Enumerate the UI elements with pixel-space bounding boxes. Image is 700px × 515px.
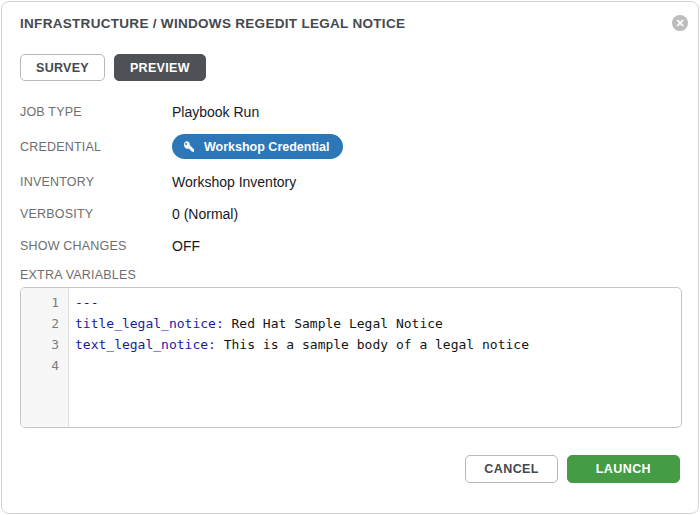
field-row-verbosity: VERBOSITY 0 (Normal) [20,204,680,223]
job-type-value: Playbook Run [172,104,259,120]
inventory-value: Workshop Inventory [172,174,296,190]
show-changes-value: OFF [172,238,200,254]
verbosity-label: VERBOSITY [20,207,172,221]
credential-value: Workshop Credential [172,134,343,159]
code-line: title_legal_notice: Red Hat Sample Legal… [75,313,681,334]
editor-line-number-gutter: 1 2 3 4 [21,288,69,427]
credential-badge-label: Workshop Credential [204,140,329,154]
launch-button[interactable]: LAUNCH [567,455,680,483]
tab-bar: SURVEY PREVIEW [20,54,680,81]
line-number: 2 [21,313,59,334]
yaml-value: This is a sample body of a legal notice [216,337,529,352]
job-type-label: JOB TYPE [20,105,172,119]
inventory-label: INVENTORY [20,175,172,189]
job-launch-preview-modal: INFRASTRUCTURE / WINDOWS REGEDIT LEGAL N… [1,1,699,514]
close-icon[interactable]: ✕ [672,15,688,31]
line-number: 1 [21,292,59,313]
credential-label: CREDENTIAL [20,140,172,154]
verbosity-value: 0 (Normal) [172,206,238,222]
tab-preview[interactable]: PREVIEW [114,54,206,81]
credential-badge[interactable]: Workshop Credential [172,134,343,159]
code-line: text_legal_notice: This is a sample body… [75,334,681,355]
line-number: 3 [21,334,59,355]
field-row-job-type: JOB TYPE Playbook Run [20,102,680,121]
key-icon [183,140,196,153]
field-row-inventory: INVENTORY Workshop Inventory [20,172,680,191]
modal-footer: CANCEL LAUNCH [20,455,680,483]
cancel-button[interactable]: CANCEL [465,455,557,483]
job-details: JOB TYPE Playbook Run CREDENTIAL Worksho… [20,102,680,255]
extra-variables-editor[interactable]: 1 2 3 4 --- title_legal_notice: Red Hat … [20,287,682,428]
yaml-value: Red Hat Sample Legal Notice [224,316,443,331]
editor-code-area: --- title_legal_notice: Red Hat Sample L… [69,288,681,427]
code-line [75,355,681,376]
modal-header: INFRASTRUCTURE / WINDOWS REGEDIT LEGAL N… [20,16,680,32]
yaml-key: title_legal_notice: [75,316,224,331]
yaml-doc-marker: --- [75,295,98,310]
page-title: INFRASTRUCTURE / WINDOWS REGEDIT LEGAL N… [20,16,405,32]
yaml-key: text_legal_notice: [75,337,216,352]
line-number: 4 [21,355,59,376]
tab-survey[interactable]: SURVEY [20,54,105,81]
field-row-show-changes: SHOW CHANGES OFF [20,236,680,255]
extra-variables-label: EXTRA VARIABLES [20,268,680,282]
code-line: --- [75,292,681,313]
field-row-credential: CREDENTIAL Workshop Credential [20,134,680,159]
show-changes-label: SHOW CHANGES [20,239,172,253]
